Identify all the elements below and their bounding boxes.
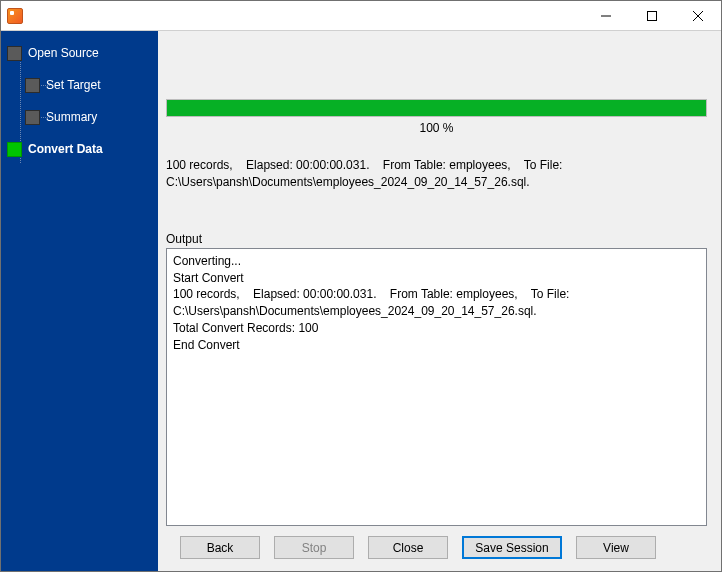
main-panel: 100 % 100 records, Elapsed: 00:00:00.031… xyxy=(158,31,721,571)
titlebar xyxy=(1,1,721,31)
output-label: Output xyxy=(166,232,707,246)
button-row: Back Stop Close Save Session View xyxy=(158,526,721,571)
app-window: Open Source Set Target Summary Convert D… xyxy=(0,0,722,572)
back-button[interactable]: Back xyxy=(180,536,260,559)
step-label: Summary xyxy=(46,110,97,124)
output-log[interactable]: Converting... Start Convert 100 records,… xyxy=(166,248,707,526)
app-icon xyxy=(7,8,23,24)
step-label: Convert Data xyxy=(28,142,103,156)
step-convert-data[interactable]: Convert Data xyxy=(7,137,152,161)
step-box-icon xyxy=(25,78,40,93)
step-set-target[interactable]: Set Target xyxy=(25,73,152,97)
progress-section: 100 % xyxy=(166,99,707,135)
save-session-button[interactable]: Save Session xyxy=(462,536,562,559)
close-icon xyxy=(693,11,703,21)
step-summary[interactable]: Summary xyxy=(25,105,152,129)
wizard-sidebar: Open Source Set Target Summary Convert D… xyxy=(1,31,158,571)
conversion-summary-text: 100 records, Elapsed: 00:00:00.031. From… xyxy=(166,157,707,192)
step-label: Open Source xyxy=(28,46,99,60)
minimize-icon xyxy=(601,11,611,21)
titlebar-left xyxy=(1,8,23,24)
svg-rect-1 xyxy=(648,11,657,20)
content-area: 100 % 100 records, Elapsed: 00:00:00.031… xyxy=(158,31,721,526)
step-label: Set Target xyxy=(46,78,100,92)
maximize-icon xyxy=(647,11,657,21)
minimize-button[interactable] xyxy=(583,1,629,30)
step-box-icon xyxy=(7,142,22,157)
maximize-button[interactable] xyxy=(629,1,675,30)
progress-fill xyxy=(167,100,706,116)
step-box-icon xyxy=(7,46,22,61)
window-controls xyxy=(583,1,721,30)
body-area: Open Source Set Target Summary Convert D… xyxy=(1,31,721,571)
close-window-button[interactable] xyxy=(675,1,721,30)
stop-button: Stop xyxy=(274,536,354,559)
progress-percent-text: 100 % xyxy=(166,121,707,135)
step-box-icon xyxy=(25,110,40,125)
step-open-source[interactable]: Open Source xyxy=(7,41,152,65)
close-button[interactable]: Close xyxy=(368,536,448,559)
view-button[interactable]: View xyxy=(576,536,656,559)
progress-bar xyxy=(166,99,707,117)
